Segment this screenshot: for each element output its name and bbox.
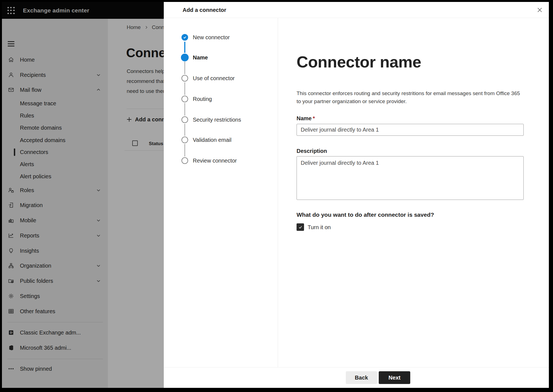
step-connector-line	[185, 103, 185, 116]
description-label: Description	[297, 148, 327, 154]
turn-it-on-label: Turn it on	[308, 224, 331, 231]
exchange-admin-center-app: Exchange admin center Home Recipients Ma…	[2, 2, 549, 388]
modal-header: Add a connector	[164, 2, 549, 18]
modal-footer: Back Next	[164, 367, 549, 388]
step-active-icon	[181, 54, 189, 61]
after-save-question: What do you want to do after connector i…	[297, 211, 434, 218]
required-asterisk: *	[313, 115, 315, 121]
checkmark-icon	[183, 35, 187, 39]
close-button[interactable]	[536, 6, 544, 14]
step-upcoming-icon	[181, 96, 188, 102]
connector-description-textarea[interactable]: Deliver journal directly to Area 1	[297, 156, 524, 200]
step-upcoming-icon	[181, 137, 188, 143]
step-connector-line	[185, 62, 185, 74]
step-connector-line	[185, 82, 185, 95]
connector-name-input[interactable]	[297, 124, 524, 136]
next-button[interactable]: Next	[379, 371, 410, 384]
wizard-content: Connector name This connector enforces r…	[278, 18, 549, 367]
step-upcoming-icon	[181, 75, 188, 82]
step-connector-line	[185, 144, 185, 156]
add-connector-modal: Add a connector New connector Name	[164, 2, 549, 388]
step-upcoming-icon	[181, 116, 188, 123]
name-label: Name*	[297, 115, 315, 122]
wizard-steps: New connector Name Use of connector Rout…	[164, 18, 278, 367]
step-connector-line	[184, 42, 185, 53]
step-connector-line	[185, 124, 185, 136]
back-button[interactable]: Back	[346, 371, 377, 384]
close-icon	[536, 7, 543, 13]
step-heading: Connector name	[297, 53, 421, 71]
step-description: This connector enforces routing and secu…	[297, 89, 520, 105]
turn-it-on-checkbox[interactable]	[297, 223, 304, 231]
step-upcoming-icon	[181, 157, 188, 164]
checkmark-icon	[298, 225, 303, 229]
modal-title: Add a connector	[183, 2, 226, 18]
step-completed-icon	[181, 34, 188, 41]
